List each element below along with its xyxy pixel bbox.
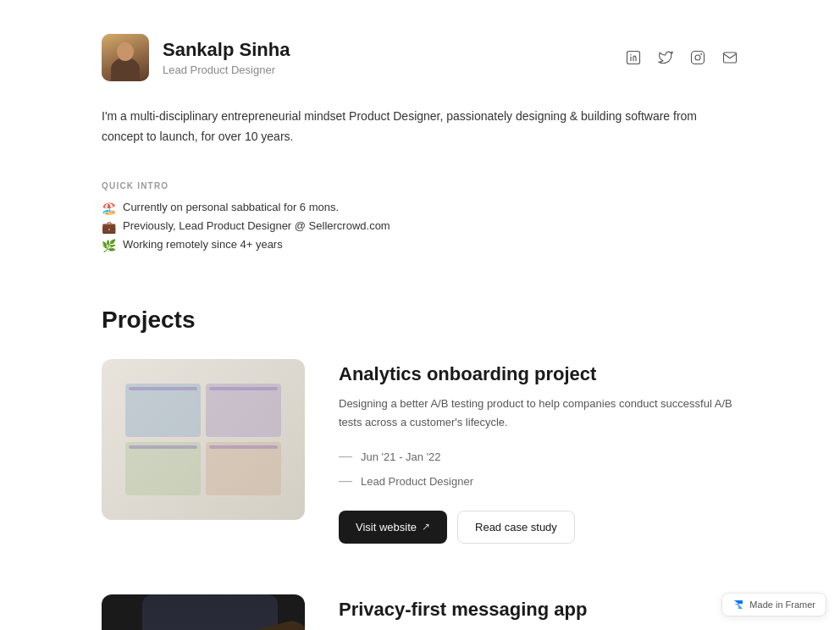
- sabbatical-emoji: 🏖️: [102, 199, 116, 218]
- quick-intro-label: Quick Intro: [102, 181, 738, 191]
- project-image-analytics: [102, 359, 305, 520]
- bio-section: I'm a multi-disciplinary entrepreneurial…: [102, 107, 738, 173]
- phone-screen: [142, 594, 278, 630]
- work-emoji: 💼: [102, 218, 116, 236]
- wireframe-box-2: [206, 384, 281, 437]
- project-content-messaging: Privacy-first messaging app Designing an…: [339, 594, 738, 630]
- wireframe-graphic: [117, 375, 290, 504]
- projects-title: Projects: [102, 307, 738, 334]
- svg-rect-3: [692, 52, 705, 64]
- visit-website-button[interactable]: Visit website ↗: [339, 511, 447, 544]
- analytics-date: — Jun '21 - Jan '22: [339, 445, 738, 469]
- profile-info: Sankalp Sinha Lead Product Designer: [163, 39, 290, 75]
- email-icon[interactable]: [721, 49, 738, 66]
- instagram-icon[interactable]: [689, 49, 706, 66]
- social-icons: [625, 49, 738, 66]
- analytics-meta: — Jun '21 - Jan '22 — Lead Product Desig…: [339, 445, 738, 494]
- analytics-title: Analytics onboarding project: [339, 362, 738, 387]
- remote-emoji: 🌿: [102, 236, 116, 255]
- analytics-role: — Lead Product Designer: [339, 469, 738, 494]
- profile-title: Lead Product Designer: [163, 64, 290, 76]
- quick-intro-item-1: 🏖️ Currently on personal sabbatical for …: [102, 199, 738, 218]
- project-image-messaging: [102, 594, 305, 630]
- framer-logo-icon: [732, 599, 744, 611]
- project-content-analytics: Analytics onboarding project Designing a…: [339, 359, 738, 544]
- linkedin-icon[interactable]: [625, 49, 642, 66]
- analytics-actions: Visit website ↗ Read case study: [339, 511, 738, 544]
- profile-left: Sankalp Sinha Lead Product Designer: [102, 34, 290, 81]
- sabbatical-text: Currently on personal sabbatical for 6 m…: [123, 199, 339, 217]
- external-link-icon: ↗: [422, 521, 430, 533]
- profile-name: Sankalp Sinha: [163, 39, 290, 61]
- twitter-icon[interactable]: [657, 49, 674, 66]
- wireframe-box-1: [125, 384, 201, 437]
- wireframe-box-4: [206, 442, 281, 495]
- bio-text: I'm a multi-disciplinary entrepreneurial…: [102, 107, 738, 147]
- analytics-desc: Designing a better A/B testing product t…: [339, 395, 738, 431]
- header: Sankalp Sinha Lead Product Designer: [102, 0, 738, 107]
- work-text: Previously, Lead Product Designer @ Sell…: [123, 218, 390, 235]
- quick-intro-item-3: 🌿 Working remotely since 4+ years: [102, 236, 738, 255]
- framer-badge-text: Made in Framer: [749, 600, 815, 610]
- avatar: [102, 34, 149, 81]
- wireframe-box-3: [125, 442, 201, 495]
- project-card-messaging: Privacy-first messaging app Designing an…: [102, 594, 738, 630]
- svg-point-4: [695, 55, 700, 60]
- read-case-study-button[interactable]: Read case study: [457, 511, 575, 544]
- project-card-analytics: Analytics onboarding project Designing a…: [102, 359, 738, 544]
- svg-point-5: [701, 54, 702, 55]
- remote-text: Working remotely since 4+ years: [123, 236, 283, 254]
- projects-section: Projects Analytics onboarding project De…: [102, 290, 738, 630]
- quick-intro-item-2: 💼 Previously, Lead Product Designer @ Se…: [102, 218, 738, 236]
- quick-intro-section: Quick Intro 🏖️ Currently on personal sab…: [102, 173, 738, 290]
- messaging-title: Privacy-first messaging app: [339, 598, 738, 622]
- framer-badge[interactable]: Made in Framer: [721, 593, 826, 616]
